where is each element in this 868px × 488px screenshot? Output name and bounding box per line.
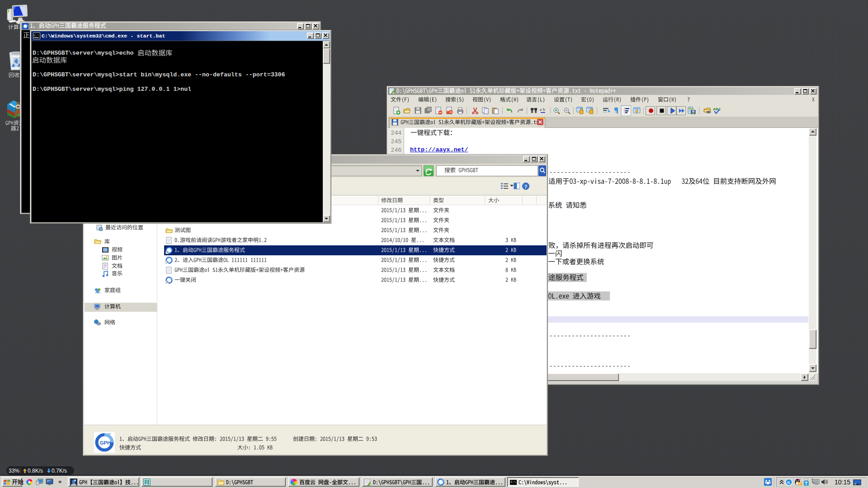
svg-text:a: a xyxy=(540,107,542,112)
svg-text:K: K xyxy=(788,480,791,485)
svg-text:C:\: C:\ xyxy=(34,34,39,37)
svg-text:C:\: C:\ xyxy=(511,481,516,484)
svg-text:?: ? xyxy=(524,183,527,190)
svg-text:GPH: GPH xyxy=(100,440,111,446)
svg-text:b: b xyxy=(543,107,545,112)
svg-text:ABC: ABC xyxy=(713,107,721,111)
